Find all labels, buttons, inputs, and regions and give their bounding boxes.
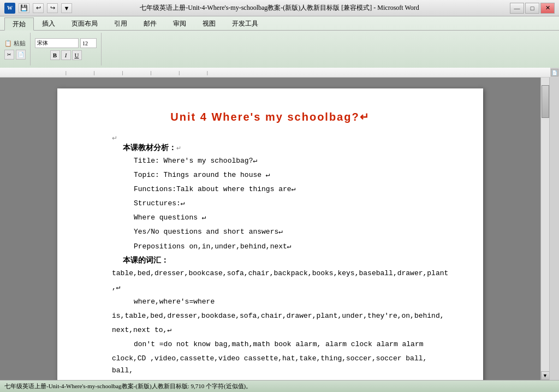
italic-btn[interactable]: I <box>61 50 71 60</box>
word-icon: W <box>4 3 15 14</box>
tab-mailing[interactable]: 邮件 <box>135 17 165 30</box>
vocab-line-5: next,next to,↵ <box>112 324 450 336</box>
font-size-select[interactable]: 12 <box>80 38 97 48</box>
document-scroll[interactable]: Unit 4 Where's my schoolbag?↵ ↵ 本课教材分析：↵… <box>0 78 540 380</box>
section-label-2: 本课的词汇： <box>123 255 450 265</box>
line-title: Title: Where's my schoolbag?↵ <box>134 155 450 167</box>
vocab-line-2: ,↵ <box>112 282 450 294</box>
tab-references[interactable]: 引用 <box>106 17 135 30</box>
clipboard-label: 📋 粘贴 <box>4 39 26 47</box>
ribbon-content: 📋 粘贴 ✂ 📄 宋体 12 B I U <box>0 31 559 68</box>
bold-btn[interactable]: B <box>50 50 60 60</box>
side-panel: 📄 <box>549 68 559 380</box>
tab-insert[interactable]: 插入 <box>34 17 63 30</box>
section-label-1: 本课教材分析：↵ <box>123 142 450 153</box>
copy-btn[interactable]: 📄 <box>16 50 26 60</box>
title-bar: W 💾 ↩ ↪ ▼ 七年级英语上册-Unit-4-Where's-my-scho… <box>0 0 559 16</box>
ruler-horizontal: |||||| <box>0 68 550 78</box>
vocab-line-7: clock,CD ,video,cassette,video cassette,… <box>112 353 450 377</box>
tab-page-layout[interactable]: 页面布局 <box>63 17 106 30</box>
scroll-thumb[interactable] <box>542 85 549 118</box>
vocab-line-4: is,table,bed,dresser,bookdase,sofa,chair… <box>112 310 450 322</box>
font-family-select[interactable]: 宋体 <box>35 38 79 48</box>
line-structures: Structures:↵ <box>134 198 450 210</box>
customize-btn[interactable]: ▼ <box>61 3 72 13</box>
status-bar: 七年级英语上册-Unit-4-Where's-my-schoolbag教案-(新… <box>0 380 559 392</box>
underline-btn[interactable]: U <box>72 50 82 60</box>
tab-view[interactable]: 视图 <box>194 17 224 30</box>
paragraph-mark-1: ↵ <box>112 134 450 142</box>
font-group: 宋体 12 B I U <box>35 33 102 66</box>
vocab-line-3: where,where's=where <box>134 296 450 308</box>
clipboard-group: 📋 粘贴 ✂ 📄 <box>4 33 31 66</box>
vocab-line-6: don't =do not know bag,math,math book al… <box>134 338 450 351</box>
ribbon: 开始 插入 页面布局 引用 邮件 审阅 视图 开发工具 📋 粘贴 ✂ 📄 宋体 … <box>0 16 559 68</box>
title-bar-left: W 💾 ↩ ↪ ▼ <box>4 3 72 14</box>
line-where-questions: Where questions ↵ <box>134 212 450 224</box>
undo-btn[interactable]: ↩ <box>33 3 44 13</box>
window-title: 七年级英语上册-Unit-4-Where's-my-schoolbag教案-(新… <box>140 3 419 13</box>
document-title: Unit 4 Where's my schoolbag?↵ <box>90 110 450 123</box>
tab-review[interactable]: 审阅 <box>165 17 194 30</box>
document-page: Unit 4 Where's my schoolbag?↵ ↵ 本课教材分析：↵… <box>57 88 483 380</box>
tab-developer[interactable]: 开发工具 <box>224 17 266 30</box>
vertical-scrollbar[interactable]: ▲ ▼ <box>540 68 549 380</box>
scroll-down-btn[interactable]: ▼ <box>541 371 550 380</box>
line-functions: Functions:Talk about where things are↵ <box>134 183 450 195</box>
document-area: |||||| Unit 4 Where's my schoolbag?↵ ↵ 本… <box>0 68 559 380</box>
line-topic: Topic: Things around the house ↵ <box>134 169 450 181</box>
vocab-line-8: can,bring,↵ <box>112 379 450 380</box>
cut-btn[interactable]: ✂ <box>4 50 14 60</box>
status-text: 七年级英语上册-Unit-4-Where's-my-schoolbag教案-(新… <box>4 382 252 390</box>
line-yes-no: Yes/No questions and short answers↵ <box>134 226 450 238</box>
maximize-btn[interactable]: □ <box>525 3 539 14</box>
line-prepositions: Prepositions on,in,under,behind,next↵ <box>134 241 450 253</box>
vocab-line-1: table,bed,dresser,bookcase,sofa,chair,ba… <box>112 268 450 280</box>
side-icon-1[interactable]: 📄 <box>551 69 558 76</box>
window-controls: — □ ✕ <box>510 3 555 14</box>
minimize-btn[interactable]: — <box>510 3 524 14</box>
redo-btn[interactable]: ↪ <box>47 3 58 13</box>
save-quick-btn[interactable]: 💾 <box>19 3 29 13</box>
ribbon-tabs: 开始 插入 页面布局 引用 邮件 审阅 视图 开发工具 <box>0 16 559 31</box>
tab-home[interactable]: 开始 <box>4 17 34 31</box>
close-btn[interactable]: ✕ <box>540 3 555 14</box>
